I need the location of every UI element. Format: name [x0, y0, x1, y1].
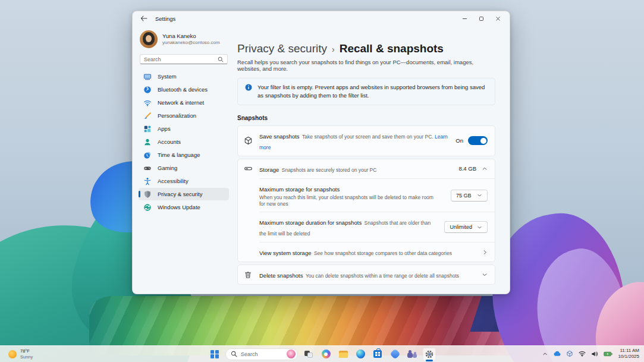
store-button[interactable]	[371, 348, 384, 361]
teams-icon	[407, 350, 417, 358]
back-icon[interactable]	[139, 14, 149, 23]
storage-header-row[interactable]: Storage Snapshots are securely stored on…	[238, 159, 495, 178]
save-snapshots-card: Save snapshots Take snapshots of your sc…	[237, 125, 495, 156]
breadcrumb: Privacy & security › Recall & snapshots	[237, 42, 495, 55]
breadcrumb-parent[interactable]: Privacy & security	[237, 42, 327, 55]
sidebar-item-apps[interactable]: Apps	[139, 122, 229, 135]
privacy-shield-icon	[143, 190, 152, 199]
start-button[interactable]	[208, 348, 221, 361]
save-snapshots-toggle-state: On	[455, 137, 463, 144]
max-storage-row: Maximum storage for snapshots When you r…	[238, 179, 495, 212]
onedrive-cloud-icon[interactable]	[553, 351, 561, 357]
search-icon	[231, 351, 237, 357]
max-storage-title: Maximum storage for snapshots	[259, 186, 340, 193]
teams-button[interactable]	[406, 348, 419, 361]
sidebar-item-network[interactable]: Network & internet	[139, 96, 229, 109]
m365-icon	[389, 348, 400, 359]
m365-button[interactable]	[388, 348, 401, 361]
sidebar-nav: System Bluetooth & devices Network & int…	[139, 70, 229, 213]
info-banner: Your filter list is empty. Prevent apps …	[237, 78, 495, 105]
max-duration-value: Unlimited	[450, 224, 472, 230]
minimize-icon[interactable]	[456, 12, 473, 24]
max-storage-desc: When you reach this limit, your oldest s…	[259, 194, 438, 208]
taskbar-search[interactable]: Search	[225, 348, 298, 360]
copilot-button[interactable]	[319, 348, 332, 361]
accounts-icon	[143, 138, 152, 146]
personalization-icon	[143, 112, 152, 120]
sidebar-item-time-language[interactable]: Time & language	[139, 149, 229, 161]
page-description: Recall helps you search your snapshots t…	[237, 59, 495, 72]
sidebar-item-system[interactable]: System	[139, 70, 229, 83]
volume-icon[interactable]	[591, 351, 598, 357]
search-highlight-icon[interactable]	[287, 350, 296, 358]
system-icon	[143, 73, 152, 81]
microsoft-store-icon	[373, 350, 382, 358]
file-explorer-icon	[339, 351, 348, 358]
titlebar: Settings	[133, 11, 510, 26]
info-icon	[245, 84, 252, 91]
save-snapshots-toggle[interactable]	[468, 136, 488, 145]
accessibility-icon	[143, 177, 152, 185]
sidebar-item-personalization[interactable]: Personalization	[139, 109, 229, 122]
user-email: yunakaneko@contoso.com	[162, 40, 220, 46]
view-system-storage-row[interactable]: View system storage See how snapshot sto…	[238, 243, 495, 262]
delete-snapshots-row[interactable]: Delete snapshots You can delete snapshot…	[238, 265, 495, 284]
network-icon	[143, 99, 152, 107]
sun-icon	[8, 350, 17, 358]
sidebar-item-accessibility[interactable]: Accessibility	[139, 175, 229, 187]
windows-logo-icon	[211, 350, 219, 358]
tray-date: 10/1/2025	[618, 354, 639, 360]
save-snapshots-title: Save snapshots	[259, 133, 300, 140]
max-storage-dropdown[interactable]: 75 GB	[451, 190, 488, 202]
page-title: Recall & snapshots	[340, 42, 444, 55]
storage-title: Storage	[259, 166, 279, 173]
hidden-icons-chevron[interactable]	[542, 351, 548, 357]
settings-gear-icon	[425, 350, 434, 359]
view-system-storage-title: View system storage	[259, 250, 311, 256]
edge-button[interactable]	[354, 348, 367, 361]
taskbar-search-placeholder: Search	[241, 351, 283, 357]
main-content: Privacy & security › Recall & snapshots …	[234, 26, 510, 294]
weather-widget[interactable]: 78°F Sunny	[4, 347, 37, 361]
chevron-down-icon	[477, 193, 482, 198]
apps-icon	[143, 125, 152, 133]
user-profile[interactable]: Yuna Kaneko yunakaneko@contoso.com	[139, 28, 229, 54]
chevron-up-icon[interactable]	[482, 166, 488, 172]
sidebar-item-privacy-security[interactable]: Privacy & security	[139, 188, 229, 200]
sidebar-item-windows-update[interactable]: Windows Update	[139, 201, 229, 213]
task-view-button[interactable]	[302, 348, 315, 361]
storage-value: 8.4 GB	[458, 165, 476, 172]
sidebar-item-gaming[interactable]: Gaming	[139, 162, 229, 174]
weather-condition: Sunny	[20, 354, 33, 360]
banner-text: Your filter list is empty. Prevent apps …	[257, 83, 488, 100]
settings-window: Settings Yuna Kaneko yunakaneko@contoso.…	[132, 11, 510, 294]
delete-snapshots-title: Delete snapshots	[259, 272, 303, 279]
sidebar-item-accounts[interactable]: Accounts	[139, 136, 229, 148]
search-icon	[218, 56, 224, 62]
user-name: Yuna Kaneko	[162, 33, 220, 40]
recall-hexagon-icon[interactable]	[566, 350, 573, 357]
settings-taskbar-button[interactable]	[423, 348, 436, 361]
wifi-icon[interactable]	[579, 351, 586, 357]
max-duration-dropdown[interactable]: Unlimited	[444, 221, 488, 233]
chevron-down-icon	[477, 225, 482, 230]
edge-icon	[356, 350, 365, 358]
desktop: Settings Yuna Kaneko yunakaneko@contoso.…	[0, 0, 644, 362]
maximize-icon[interactable]	[473, 12, 489, 24]
trash-icon	[244, 270, 259, 279]
max-duration-row: Maximum storage duration for snapshots S…	[238, 212, 495, 242]
search-input[interactable]	[144, 56, 218, 62]
recall-snapshot-icon	[244, 136, 259, 145]
storage-desc: Snapshots are securely stored on your PC	[282, 167, 377, 173]
sidebar-item-bluetooth[interactable]: Bluetooth & devices	[139, 83, 229, 96]
section-label-snapshots: Snapshots	[237, 115, 495, 121]
taskbar-clock[interactable]: 11:11 AM 10/1/2025	[618, 348, 639, 360]
copilot-icon	[322, 350, 331, 358]
close-icon[interactable]	[489, 12, 506, 24]
system-tray: 11:11 AM 10/1/2025	[542, 345, 639, 362]
file-explorer-button[interactable]	[337, 348, 350, 361]
bluetooth-icon	[143, 86, 152, 94]
battery-icon[interactable]	[604, 351, 612, 357]
delete-snapshots-desc: You can delete snapshots within a time r…	[306, 273, 459, 279]
settings-search[interactable]	[140, 54, 228, 64]
